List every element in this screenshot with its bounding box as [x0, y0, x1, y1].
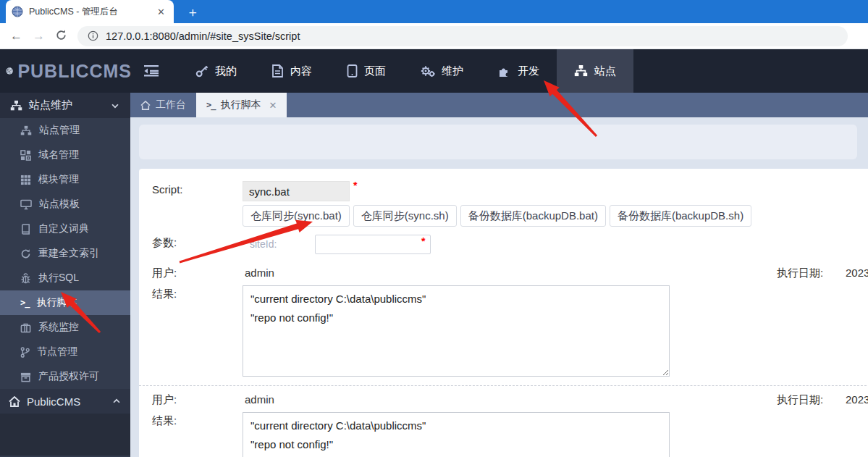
result-label: 结果: — [152, 414, 177, 428]
brand-logo[interactable]: PUBLICCMS — [0, 56, 132, 86]
user-value: admin — [245, 267, 274, 279]
app-topnav: PUBLICCMS 我的 内容 页面 — [0, 49, 868, 93]
nav-item-label: 站点 — [594, 64, 616, 78]
sidebar-item-label: 执行SQL — [38, 272, 79, 285]
briefcase-icon — [20, 322, 31, 333]
outdent-icon[interactable] — [143, 64, 159, 77]
result-textarea[interactable]: "current directory C:\data\publiccms" "r… — [243, 412, 670, 457]
close-icon[interactable]: ✕ — [154, 5, 168, 19]
sidebar-item-label: 执行脚本 — [36, 296, 77, 309]
nav-item-mine[interactable]: 我的 — [178, 49, 254, 93]
book-icon — [20, 224, 31, 235]
forward-arrow-icon[interactable]: → — [33, 30, 45, 42]
workspace-tabbar: 工作台 >_ 执行脚本 ✕ — [130, 93, 868, 117]
publiccms-logo-icon — [6, 56, 13, 86]
url-text: 127.0.0.1:8080/admin/#site_sysSite/scrip… — [106, 30, 300, 42]
param-siteid-input[interactable] — [315, 235, 431, 254]
sidebar-section-publiccms[interactable]: PublicCMS — [0, 389, 130, 414]
sidebar-item-site-management[interactable]: 站点管理 — [0, 118, 130, 143]
exec-date-label: 执行日期: — [777, 267, 823, 280]
nav-item-label: 内容 — [290, 64, 312, 78]
globe-icon — [12, 6, 23, 17]
param-label: 参数: — [152, 236, 177, 250]
file-icon — [271, 64, 284, 77]
url-field[interactable]: 127.0.0.1:8080/admin/#site_sysSite/scrip… — [77, 26, 848, 46]
tab-run-script[interactable]: >_ 执行脚本 ✕ — [196, 93, 287, 117]
nav-item-label: 我的 — [215, 64, 237, 78]
sidebar-item-label: 域名管理 — [38, 148, 79, 162]
exec-date-label: 执行日期: — [777, 393, 823, 407]
required-mark: * — [421, 235, 425, 247]
script-button-sync-bat[interactable]: 仓库同步(sync.bat) — [243, 205, 350, 227]
script-input[interactable] — [243, 181, 350, 201]
script-label: Script: — [152, 183, 183, 196]
sidebar-item-custom-dictionary[interactable]: 自定义词典 — [0, 217, 130, 241]
result-label: 结果: — [152, 288, 177, 301]
home-icon — [140, 101, 151, 110]
sidebar-item-node-management[interactable]: 节点管理 — [0, 340, 130, 364]
terminal-icon: >_ — [20, 298, 29, 308]
browser-tab[interactable]: PublicCMS - 管理后台 ✕ — [6, 0, 174, 23]
sidebar-item-label: 系统监控 — [38, 321, 79, 334]
sidebar-item-product-license[interactable]: 产品授权许可 — [0, 364, 130, 389]
sidebar-item-module-management[interactable]: 模块管理 — [0, 167, 130, 192]
sidebar-item-site-template[interactable]: 站点模板 — [0, 192, 130, 217]
user-value: admin — [245, 393, 274, 406]
script-button-backupdb-sh[interactable]: 备份数据库(backupDB.sh) — [610, 205, 751, 227]
close-icon[interactable]: ✕ — [269, 100, 277, 111]
sidebar-section-site-maintenance[interactable]: 站点维护 — [0, 93, 130, 118]
sidebar-empty-area — [0, 414, 130, 456]
back-arrow-icon[interactable]: ← — [10, 30, 22, 42]
grid-icon — [20, 175, 31, 185]
terminal-icon: >_ — [206, 100, 215, 110]
bug-icon — [20, 273, 31, 284]
sidebar-item-run-sql[interactable]: 执行SQL — [0, 266, 130, 290]
brand-name: PUBLICCMS — [17, 61, 132, 82]
archive-icon — [20, 372, 31, 382]
sidebar: 站点维护 站点管理 域名管理 模块管理 站点模板 自定义词典 重建全文索引 — [0, 93, 130, 457]
script-button-row: 仓库同步(sync.bat) 仓库同步(sync.sh) 备份数据库(backu… — [243, 205, 751, 227]
chevron-down-icon — [110, 101, 120, 111]
sidebar-section-label: PublicCMS — [27, 395, 80, 408]
refresh-icon — [20, 248, 31, 259]
param-field-label: siteId: — [250, 238, 277, 250]
script-button-sync-sh[interactable]: 仓库同步(sync.sh) — [353, 205, 457, 227]
sidebar-item-label: 产品授权许可 — [38, 370, 99, 383]
puzzle-icon — [498, 64, 511, 77]
nav-item-page[interactable]: 页面 — [329, 49, 403, 93]
sidebar-item-label: 站点管理 — [39, 124, 80, 137]
address-bar: ← → 127.0.0.1:8080/admin/#site_sysSite/s… — [0, 23, 868, 49]
tab-label: 工作台 — [156, 98, 186, 112]
browser-tabstrip: PublicCMS - 管理后台 ✕ ＋ — [0, 0, 868, 23]
main-content: Script: * 仓库同步(sync.bat) 仓库同步(sync.sh) 备… — [130, 117, 868, 457]
tab-label: 执行脚本 — [220, 98, 261, 112]
nav-item-site[interactable]: 站点 — [557, 49, 633, 93]
plus-icon: ＋ — [186, 4, 199, 21]
tablet-icon — [347, 64, 358, 77]
result-textarea[interactable]: "current directory C:\data\publiccms" "r… — [243, 285, 670, 377]
user-label: 用户: — [152, 393, 177, 407]
nav-item-content[interactable]: 内容 — [254, 49, 329, 93]
browser-tab-title: PublicCMS - 管理后台 — [29, 6, 154, 18]
script-form-card: Script: * 仓库同步(sync.bat) 仓库同步(sync.sh) 备… — [139, 169, 868, 457]
nav-item-label: 维护 — [442, 64, 463, 78]
sidebar-item-system-monitor[interactable]: 系统监控 — [0, 315, 130, 340]
sidebar-item-domain-management[interactable]: 域名管理 — [0, 143, 130, 167]
home-icon — [9, 396, 20, 407]
reload-icon[interactable] — [55, 29, 67, 43]
qrcode-icon — [20, 150, 31, 161]
nav-item-maintain[interactable]: 维护 — [403, 49, 481, 93]
record-divider — [139, 385, 868, 386]
tab-workbench[interactable]: 工作台 — [130, 93, 196, 117]
nav-item-develop[interactable]: 开发 — [481, 49, 557, 93]
sidebar-item-label: 重建全文索引 — [38, 247, 99, 260]
sitemap-icon — [574, 64, 588, 77]
new-tab-button[interactable]: ＋ — [182, 3, 203, 22]
sidebar-item-run-script[interactable]: >_ 执行脚本 — [0, 290, 130, 315]
exec-date-value: 2023 — [846, 267, 868, 279]
toolbar-panel — [139, 125, 857, 159]
info-icon[interactable] — [88, 30, 98, 41]
sidebar-item-label: 节点管理 — [37, 345, 77, 359]
script-button-backupdb-bat[interactable]: 备份数据库(backupDB.bat) — [460, 205, 606, 227]
sidebar-item-rebuild-index[interactable]: 重建全文索引 — [0, 241, 130, 266]
